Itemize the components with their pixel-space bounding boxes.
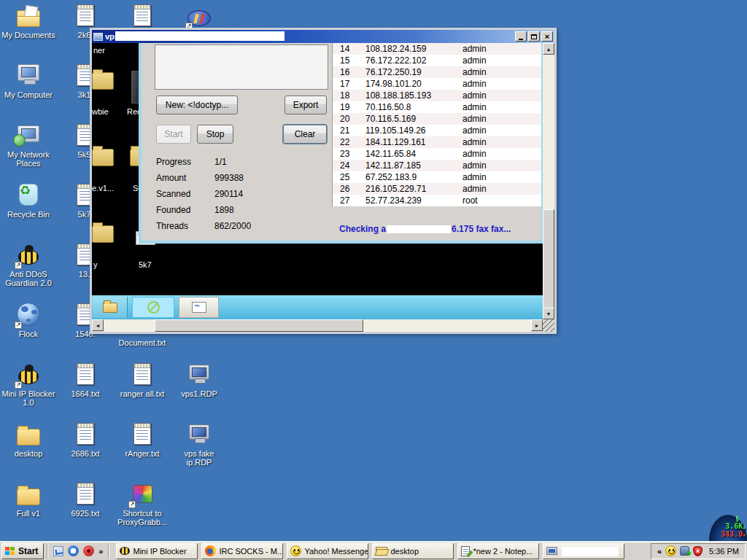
quick-launch-more-chevron[interactable]: » bbox=[98, 547, 103, 556]
table-row[interactable]: 19 70.116.50.8 admin bbox=[333, 101, 541, 113]
maximize-button[interactable] bbox=[528, 31, 540, 42]
status-suffix: 6.175 fax fax... bbox=[452, 224, 511, 234]
taskbar-button[interactable] bbox=[543, 543, 624, 559]
desktop-icon-label: Mini IP Blocker 1.0 bbox=[0, 389, 57, 407]
desktop-icon[interactable]: Full v1 bbox=[0, 480, 57, 540]
desktop-icon[interactable]: Flock bbox=[0, 300, 57, 360]
start-button-disabled[interactable]: Start bbox=[156, 125, 191, 144]
taskbar-button[interactable]: desktop bbox=[372, 543, 454, 559]
row-username: admin bbox=[462, 137, 541, 147]
taskbar-clock[interactable]: 5:36 PM bbox=[709, 547, 739, 556]
table-row[interactable]: 18 108.188.185.193 admin bbox=[333, 90, 541, 101]
network-meter-widget[interactable]: 5 3.6K 343.0 bbox=[709, 515, 747, 541]
horizontal-scrollbar-thumb[interactable] bbox=[155, 319, 363, 332]
scroll-up-button[interactable]: ▲ bbox=[543, 43, 554, 55]
desktop-icon[interactable]: desktop bbox=[0, 420, 57, 480]
session-folder-icon[interactable] bbox=[92, 72, 114, 90]
session-icon-label: y bbox=[93, 260, 98, 269]
scroll-down-button[interactable]: ▼ bbox=[543, 308, 554, 319]
scroll-left-button[interactable]: ◄ bbox=[92, 319, 104, 331]
start-button[interactable]: Start bbox=[1, 543, 44, 559]
session-taskbar-folder-item[interactable] bbox=[93, 297, 128, 318]
taskbar-button-icon bbox=[290, 545, 301, 556]
export-button[interactable]: Export bbox=[285, 96, 327, 114]
table-row[interactable]: 22 184.11.129.161 admin bbox=[333, 136, 541, 148]
desktop-icon-label: My Network Places bbox=[0, 150, 57, 168]
desktop-icon[interactable]: My Documents bbox=[0, 1, 57, 61]
tool-window: New: <!doctyp... Export Start Stop Clear… bbox=[139, 43, 543, 244]
taskbar-button-label: Yahoo! Messenger bbox=[304, 547, 368, 556]
table-row[interactable]: 15 76.172.222.102 admin bbox=[333, 55, 541, 66]
taskbar-button-label: *new 2 - Notep... bbox=[473, 547, 533, 556]
stat-row: Progress 1/1 bbox=[156, 154, 324, 170]
table-row[interactable]: 27 52.77.234.239 root bbox=[333, 195, 541, 206]
table-row[interactable]: 23 142.11.65.84 admin bbox=[333, 148, 541, 160]
close-button[interactable]: × bbox=[541, 31, 553, 42]
stop-button[interactable]: Stop bbox=[197, 125, 233, 144]
row-username: admin bbox=[462, 184, 541, 194]
table-row[interactable]: 26 216.105.229.71 admin bbox=[333, 183, 541, 195]
taskbar-button-icon bbox=[461, 546, 470, 556]
row-username: admin bbox=[462, 55, 541, 66]
tray-messenger-icon[interactable] bbox=[665, 545, 676, 556]
new-button[interactable]: New: <!doctyp... bbox=[156, 96, 238, 114]
quick-launch-blue-app-icon[interactable] bbox=[68, 545, 79, 556]
session-folder-icon[interactable] bbox=[92, 225, 114, 243]
stat-value: 999388 bbox=[214, 173, 244, 183]
taskbar-button[interactable]: Mini IP Blocker bbox=[116, 543, 198, 559]
tray-database-icon[interactable] bbox=[680, 546, 689, 556]
tray-security-alert-icon[interactable] bbox=[693, 546, 703, 556]
session-taskbar-monitor-item[interactable] bbox=[179, 297, 219, 318]
vertical-scrollbar[interactable]: ▲ ▼ bbox=[543, 43, 554, 319]
desktop-icon[interactable]: vps1.RDP bbox=[171, 360, 228, 420]
taskbar-button[interactable]: *new 2 - Notep... bbox=[457, 543, 539, 559]
results-table[interactable]: 14 108.182.24.159 admin 15 76.172.222.10… bbox=[332, 43, 541, 206]
table-row[interactable]: 14 108.182.24.159 admin bbox=[333, 43, 541, 55]
vertical-scrollbar-thumb[interactable] bbox=[543, 209, 554, 308]
table-row[interactable]: 17 174.98.101.20 admin bbox=[333, 78, 541, 90]
row-username: admin bbox=[462, 160, 541, 171]
table-row[interactable]: 16 76.172.250.19 admin bbox=[333, 66, 541, 78]
table-row[interactable]: 21 119.105.149.26 admin bbox=[333, 125, 541, 136]
desktop-icon[interactable]: ranger all.txt bbox=[114, 360, 171, 420]
scroll-right-button[interactable]: ► bbox=[531, 319, 543, 331]
system-tray: « 5:36 PM bbox=[651, 543, 746, 559]
target-list-box[interactable] bbox=[155, 44, 328, 90]
desktop-icon[interactable]: vps fake ip.RDP bbox=[171, 420, 228, 480]
horizontal-scrollbar-track[interactable] bbox=[104, 319, 531, 332]
quick-launch-show-desktop-icon[interactable] bbox=[53, 546, 63, 556]
desktop-icon[interactable]: My Network Places bbox=[0, 121, 57, 181]
table-row[interactable]: 25 67.252.183.9 admin bbox=[333, 171, 541, 183]
row-ip: 119.105.149.26 bbox=[365, 125, 462, 136]
desktop-icon[interactable]: rAnger.txt bbox=[114, 420, 171, 480]
table-row[interactable]: 24 142.11.87.185 admin bbox=[333, 160, 541, 171]
table-row[interactable]: 20 70.116.5.169 admin bbox=[333, 113, 541, 125]
taskbar-button-icon bbox=[205, 545, 216, 556]
desktop-icon[interactable]: 6925.txt bbox=[57, 480, 114, 540]
rdp-window-titlebar[interactable]: vps × bbox=[92, 30, 554, 43]
desktop-icon[interactable]: Recycle Bin bbox=[0, 181, 57, 241]
stat-label: Amount bbox=[156, 173, 214, 183]
session-taskbar-leaf-item[interactable] bbox=[132, 297, 174, 318]
minimize-button[interactable] bbox=[515, 31, 527, 42]
clear-button[interactable]: Clear bbox=[283, 125, 327, 144]
desktop-icon[interactable]: 1664.txt bbox=[57, 360, 114, 420]
desktop-icon[interactable]: Anti DDoS Guardian 2.0 bbox=[0, 241, 57, 300]
stat-label: Progress bbox=[156, 157, 214, 167]
quick-launch-red-app-icon[interactable] bbox=[83, 545, 94, 556]
row-number: 26 bbox=[333, 184, 365, 194]
taskbar-button[interactable]: IRC SOCKS - M... bbox=[201, 543, 283, 559]
session-folder-icon[interactable] bbox=[92, 149, 114, 166]
row-number: 22 bbox=[333, 137, 365, 147]
shortcut-arrow-icon bbox=[128, 501, 136, 508]
stat-row: Threads 862/2000 bbox=[156, 218, 324, 234]
desktop-icon-label: 2686.txt bbox=[71, 449, 99, 458]
resize-grip[interactable] bbox=[543, 319, 554, 332]
desktop-icon[interactable]: My Computer bbox=[0, 61, 57, 121]
horizontal-scrollbar[interactable]: ◄ ► bbox=[92, 319, 554, 332]
taskbar-button[interactable]: Yahoo! Messenger bbox=[287, 543, 368, 559]
desktop-icon[interactable]: 2686.txt bbox=[57, 420, 114, 480]
desktop-icon[interactable]: Mini IP Blocker 1.0 bbox=[0, 360, 57, 420]
desktop-icon[interactable]: Shortcut to ProxyGrabb... bbox=[114, 480, 171, 540]
tray-chevron[interactable]: « bbox=[657, 547, 662, 556]
